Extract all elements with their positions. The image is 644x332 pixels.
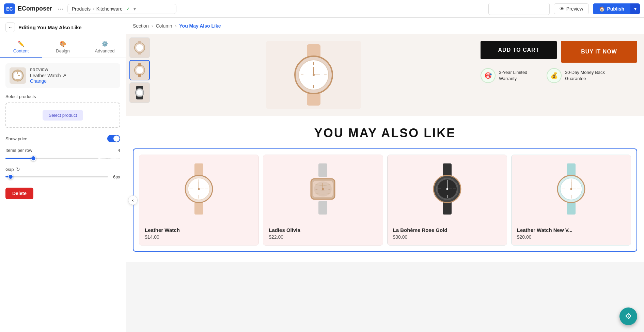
warranty-icon: 🎯 <box>481 68 496 83</box>
money-back-icon: 💰 <box>547 68 562 83</box>
content-tab-icon: ✏️ <box>18 41 25 47</box>
items-per-row-label: Items per row <box>5 148 32 153</box>
panel-title: Editing You May Also Like <box>18 25 82 30</box>
svg-point-39 <box>198 188 200 190</box>
panel-content: PREVIEW Leather Watch ↗ Change Select pr… <box>0 58 126 332</box>
badge-warranty: 🎯 3-Year Limited Warranty <box>481 68 540 83</box>
breadcrumb-sep1: › <box>152 23 153 29</box>
topbar: EC EComposer ··· Products › Kitchenware … <box>0 0 644 18</box>
show-price-toggle[interactable] <box>107 135 120 142</box>
carousel-prev-button[interactable]: ‹ <box>128 195 138 205</box>
svg-point-7 <box>136 44 143 51</box>
tab-advanced[interactable]: ⚙️ Advanced <box>84 37 126 58</box>
preview-change-button[interactable]: Change <box>30 78 66 84</box>
floating-gear-button[interactable]: ⚙ <box>619 307 637 325</box>
product-card[interactable]: Leather Watch $14.00 <box>139 155 259 246</box>
gap-section: Gap ↻ 6px <box>5 167 120 179</box>
main-layout: ← Editing You May Also Like ✏️ Content 🎨… <box>0 18 644 332</box>
product-card-name: La Bohème Rose Gold <box>393 227 501 233</box>
topbar-more-button[interactable]: ··· <box>58 5 63 13</box>
product-card[interactable]: La Bohème Rose Gold $30.00 <box>387 155 507 246</box>
product-card-image <box>512 155 631 223</box>
product-card-price: $14.00 <box>145 234 253 240</box>
thumb-2[interactable] <box>129 60 150 80</box>
items-per-row-fill <box>5 158 33 159</box>
app-logo: EC EComposer <box>4 3 52 14</box>
svg-rect-9 <box>138 52 141 54</box>
topbar-breadcrumb[interactable]: Products › Kitchenware ✓ ▾ <box>67 4 176 14</box>
gap-thumb[interactable] <box>8 174 13 179</box>
badge-money-back: 💰 30-Day Money Back Guarantee <box>547 68 606 83</box>
show-price-label: Show price <box>5 136 27 141</box>
publish-group: 🏠 Publish ▾ <box>593 3 640 14</box>
warranty-text: 3-Year Limited Warranty <box>499 69 540 82</box>
svg-point-11 <box>136 67 143 74</box>
delete-button[interactable]: Delete <box>5 188 33 199</box>
publish-dropdown-button[interactable]: ▾ <box>630 3 640 14</box>
breadcrumb-products: Products <box>72 6 91 12</box>
items-per-row-value: 4 <box>118 148 120 153</box>
advanced-tab-label: Advanced <box>95 48 115 53</box>
breadcrumb-sep1: › <box>93 6 94 12</box>
left-panel: ← Editing You May Also Like ✏️ Content 🎨… <box>0 18 126 332</box>
breadcrumb-column[interactable]: Column <box>156 23 172 29</box>
external-link-icon[interactable]: ↗ <box>62 73 66 78</box>
app-name: EComposer <box>18 5 52 12</box>
publish-button[interactable]: 🏠 Publish <box>593 3 630 14</box>
select-product-button[interactable]: Select product <box>43 110 83 121</box>
svg-rect-41 <box>318 201 327 215</box>
add-to-cart-button[interactable]: ADD TO CART <box>481 41 557 59</box>
items-per-row-header: Items per row 4 <box>5 148 120 153</box>
design-tab-label: Design <box>56 48 69 53</box>
items-per-row-track[interactable] <box>5 158 98 159</box>
action-buttons: ADD TO CART BUY IT NOW <box>481 41 637 63</box>
money-back-text: 30-Day Money Back Guarantee <box>565 69 606 82</box>
thumb-watch-3 <box>131 83 148 102</box>
product-card-info: La Bohème Rose Gold $30.00 <box>388 223 507 245</box>
canvas-area: Section › Column › You May Also Like <box>126 18 644 332</box>
product-card-price: $22.00 <box>269 234 377 240</box>
product-card[interactable]: Leather Watch New V... $20.00 <box>511 155 631 246</box>
preview-icon: 👁 <box>560 6 564 12</box>
toggle-knob <box>113 136 120 142</box>
tab-design[interactable]: 🎨 Design <box>42 37 84 58</box>
product-card-info: Leather Watch New V... $20.00 <box>512 223 631 245</box>
preview-button[interactable]: 👁 Preview <box>554 3 589 14</box>
ymala-section: YOU MAY ALSO LIKE ‹ <box>126 116 644 262</box>
product-card-name: Ladies Olivia <box>269 227 377 233</box>
items-per-row-section: Items per row 4 ····················· <box>5 148 120 161</box>
panel-back-button[interactable]: ← <box>5 22 15 32</box>
svg-rect-4 <box>15 70 20 72</box>
panel-tabs: ✏️ Content 🎨 Design ⚙️ Advanced <box>0 37 126 58</box>
watch-card-4-svg <box>549 162 593 216</box>
svg-point-70 <box>570 188 572 190</box>
breadcrumb-section[interactable]: Section <box>133 23 149 29</box>
publish-label: Publish <box>607 6 624 12</box>
product-thumbnails <box>126 34 153 116</box>
logo-icon: EC <box>4 3 15 14</box>
watch-card-2-svg <box>301 162 345 216</box>
gap-track[interactable] <box>5 176 108 177</box>
items-per-row-thumb[interactable] <box>31 156 36 161</box>
panel-header: ← Editing You May Also Like <box>0 18 126 37</box>
thumb-watch-2 <box>131 61 148 80</box>
svg-rect-8 <box>138 41 141 44</box>
thumb-3[interactable] <box>129 82 150 103</box>
ymala-carousel: ‹ <box>133 148 637 252</box>
svg-point-59 <box>446 188 448 190</box>
product-card[interactable]: Ladies Olivia $22.00 <box>263 155 383 246</box>
gap-refresh-icon[interactable]: ↻ <box>16 167 20 172</box>
tab-content[interactable]: ✏️ Content <box>0 37 42 58</box>
preview-image <box>10 67 26 84</box>
product-info: ADD TO CART BUY IT NOW 🎯 3-Year Limited … <box>474 34 644 116</box>
thumb-1[interactable] <box>129 37 150 58</box>
gap-header: Gap ↻ <box>5 167 120 172</box>
content-tab-label: Content <box>13 48 29 53</box>
gap-label: Gap <box>5 167 14 172</box>
svg-rect-40 <box>318 163 327 177</box>
breadcrumb-active[interactable]: You May Also Like <box>179 23 221 29</box>
svg-point-28 <box>313 74 315 76</box>
breadcrumb-kitchenware: Kitchenware <box>96 6 123 12</box>
product-card-info: Leather Watch $14.00 <box>139 223 258 245</box>
buy-it-now-button[interactable]: BUY IT NOW <box>561 41 637 63</box>
